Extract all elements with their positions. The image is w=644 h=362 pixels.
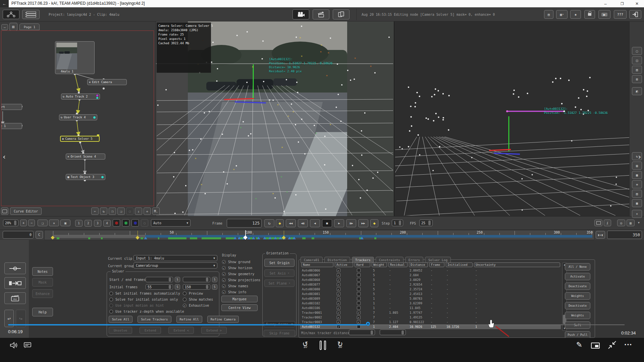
start-set-button[interactable]: S [175,277,180,282]
checkbox[interactable] [222,272,226,276]
end-set-button[interactable]: S [212,277,217,282]
hard-checkbox[interactable] [357,287,361,291]
sync-button[interactable]: ↻ [100,207,107,215]
notes-panel-button[interactable]: ▤ [544,10,553,19]
table-row[interactable]: Auto003067 5 - 2.684 - - - [300,273,561,278]
marquee-button[interactable]: Marquee [221,296,258,302]
tracker-action-button[interactable]: Weights [565,292,590,300]
fit-range-button[interactable]: ▮↔▮ [596,231,605,239]
hard-checkbox[interactable] [357,273,361,277]
checkbox-row[interactable]: Exhaustive [183,303,213,307]
tracker-action-button[interactable]: Weights [565,312,590,319]
notes-button[interactable]: Notes [32,267,53,276]
paste-button[interactable]: ❏ [117,207,125,215]
clapper-button[interactable] [313,9,329,19]
node-auto-track[interactable]: ↻ Auto Track 2 [61,94,100,100]
alpha-channel-button[interactable]: ○ [141,219,148,227]
table-row[interactable]: Auto003106 1 - 11.045 - - - [300,306,561,310]
checkbox-row[interactable]: Show horizon [222,266,260,270]
layout-quad-icon-button[interactable]: ⊞ [632,75,642,83]
collapse-pages-button[interactable]: – [1,24,8,30]
projector-button[interactable]: ▥ [627,220,635,226]
checkbox[interactable] [183,304,186,307]
layout-rows-icon-button[interactable]: ▤ [632,66,642,74]
exit-fullscreen-button[interactable] [608,341,617,350]
checkbox-row[interactable]: Show geometry [222,272,260,276]
zoom-out-button[interactable]: − [28,220,35,226]
checkbox-row[interactable]: Use tracker z-depth when available [109,309,184,313]
timeline-start-field[interactable]: 0 [3,231,34,239]
end-frame-field[interactable] [183,277,210,282]
cache-button[interactable]: C [36,231,43,239]
checkbox[interactable] [222,266,226,270]
active-checkbox[interactable] [337,311,340,314]
tracker-action-button[interactable]: Activate [565,273,590,280]
tracker-tab[interactable]: Trackers [352,257,374,263]
hard-checkbox[interactable] [357,278,361,282]
enhance-button[interactable]: Enhance [32,289,53,298]
back-icon[interactable]: ← [0,0,9,7]
table-row[interactable]: Auto003068 5 - 3.0829 - - - [300,278,561,282]
node-test-object[interactable]: ▣ Test Object 3 [66,174,105,180]
import-button[interactable]: ⇓ [135,207,142,215]
hard-checkbox[interactable] [357,268,361,272]
table-row[interactable]: Tracker0002 7 - 1.49135 - - - [300,315,561,320]
copy-button[interactable]: ❐ [109,207,116,215]
view-count-button[interactable]: 2 [85,220,92,227]
license-button[interactable] [584,10,595,19]
view-count-button[interactable]: 1 [75,220,83,227]
node-partial-bottom[interactable]: t 1 [1,123,22,129]
fullscreen-viewport-button[interactable] [594,220,602,226]
extend-button[interactable]: Extend < [168,327,194,334]
solve-button[interactable]: Solve All [109,316,132,323]
prev-key-button[interactable]: ◆ [276,219,284,227]
left-pane-chevron[interactable]: ‹ [2,153,6,161]
jump-start-button[interactable]: ◀◀ [286,219,296,227]
table-view-icon-button[interactable]: ▤ [632,190,642,198]
camera-mode-button[interactable] [292,9,309,19]
col-header-initialised[interactable]: Initialised [446,262,473,267]
right-pane-chevron[interactable]: › [637,153,642,161]
hard-checkbox[interactable] [357,311,361,314]
zoom-in-button[interactable]: + [20,220,27,226]
minimize-button[interactable]: – [598,0,613,7]
export-scene-button[interactable] [4,277,26,289]
right-viewport[interactable] [394,21,629,216]
table-row[interactable]: Auto003081 5 - 2.45413 - - - [300,292,561,296]
checkbox-row[interactable]: Use input motion as hint [109,303,184,307]
seek-bar[interactable] [0,322,644,327]
export-button[interactable] [333,9,350,19]
tracker-tab[interactable]: Solver Log [425,257,451,263]
checkbox[interactable] [109,310,113,313]
disabled-button[interactable]: ○ [126,207,133,215]
checkbox-row[interactable]: Show names [222,284,260,288]
spinner[interactable] [169,278,171,281]
extend-button[interactable]: Unsolve [109,327,132,334]
skip-frame-button[interactable]: Skip Frame [264,330,295,337]
cut-button[interactable]: ✂ [91,207,99,215]
checkbox[interactable] [183,298,186,301]
view-count-button[interactable]: 3 [94,220,101,227]
frame-field[interactable]: 125 [227,219,262,228]
col-header-active[interactable]: Active [335,262,353,267]
col-header-residual[interactable]: Residual [388,262,408,267]
checkbox-row[interactable]: Solve for initial solution only [109,297,184,301]
info-overlay-button[interactable]: i [604,220,611,226]
play-tutorials-button[interactable]: ▶ [598,10,610,19]
project-media-button[interactable]: PRJ [4,292,26,304]
layout-split-icon-button[interactable]: ◫ [632,56,642,64]
active-checkbox[interactable] [337,297,340,300]
spinner[interactable] [206,278,208,281]
view-count-button[interactable]: 4 [103,220,111,227]
timeline-ruler[interactable]: 50 100 150 200 250 300 350 [44,230,594,240]
spinner[interactable] [371,330,373,335]
grid-icon-button[interactable]: ▦ [632,171,642,179]
mask-button[interactable]: Mask [32,278,53,287]
col-header-name[interactable]: Name [301,262,333,267]
spinner[interactable] [399,221,401,225]
tracker-action-button[interactable]: Deactivate [565,283,590,290]
node-canvas[interactable]: 4malu 1 ✕ Edit Camera ↻ Auto Track 2 tor… [1,31,154,206]
current-clip-dropdown[interactable]: Input 1: 4malu▼ [133,255,217,261]
min-distance-field[interactable] [349,329,375,335]
spinner[interactable] [401,330,404,335]
